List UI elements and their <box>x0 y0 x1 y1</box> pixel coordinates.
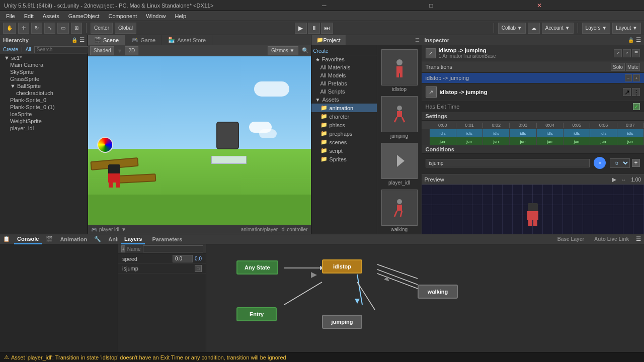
pivot-btn[interactable]: Center <box>91 23 113 34</box>
tab-assetstore[interactable]: 🏪 Asset Store <box>162 35 212 45</box>
hierarchy-item-maincam[interactable]: Main Camera <box>0 61 88 68</box>
cond-value[interactable]: true false <box>610 158 630 168</box>
collab-btn[interactable]: Collab ▼ <box>498 23 526 34</box>
state-entry[interactable]: Entry <box>236 307 277 321</box>
tab-layers[interactable]: Layers <box>121 234 145 244</box>
hierarchy-item-player[interactable]: player_idl <box>0 125 88 132</box>
play-button[interactable]: ▶ <box>295 23 307 34</box>
trans-icon-btn1[interactable]: ↗ <box>623 88 631 96</box>
tool-transform[interactable]: ⊞ <box>71 23 82 34</box>
anim-thumb-idlstop[interactable]: idlstop <box>379 49 420 92</box>
space-btn[interactable]: Global <box>115 23 136 34</box>
tool-hand[interactable]: ✋ <box>3 23 16 34</box>
hierarchy-item-checkradio[interactable]: checkradiotuch <box>0 89 88 97</box>
tab-console[interactable]: Console <box>14 234 42 244</box>
timeline-tracks[interactable]: idls idls idls idls idls idls idls idls … <box>422 129 645 145</box>
favorites-item[interactable]: ★ Favorites <box>311 55 377 63</box>
state-jumping[interactable]: jumping <box>322 315 362 329</box>
has-exit-time-checkbox[interactable]: ✓ <box>633 103 640 110</box>
thumb-idlstop-img[interactable] <box>381 49 418 85</box>
project-tab[interactable]: 📁 Project <box>311 35 346 45</box>
menu-help[interactable]: Help <box>171 13 190 20</box>
insp-menu-btn[interactable]: ☰ <box>632 49 640 57</box>
anim-thumb-walking[interactable]: walking <box>379 190 420 232</box>
close-btn[interactable]: ✕ <box>537 2 640 9</box>
tool-rect[interactable]: ▭ <box>57 23 69 34</box>
trans-add-btn[interactable]: + <box>633 74 640 81</box>
all-materials[interactable]: All Materials <box>311 63 377 71</box>
all-prefabs[interactable]: All Prefabs <box>311 79 377 87</box>
thumb-jumping-img[interactable] <box>381 96 418 132</box>
assets-charcter[interactable]: 📁 charcter <box>311 112 377 121</box>
menu-window[interactable]: Window <box>142 13 170 20</box>
hierarchy-menu-icon[interactable]: ☰ <box>79 37 85 43</box>
minimize-btn[interactable]: ─ <box>322 2 425 9</box>
step-button[interactable]: ⏭ <box>321 23 333 34</box>
assets-script[interactable]: 📁 script <box>311 146 377 155</box>
menu-component[interactable]: Component <box>104 13 141 20</box>
params-search[interactable] <box>143 245 203 252</box>
search-scene-icon[interactable]: 🔍 <box>302 47 309 54</box>
inspector-menu-icon[interactable]: ☰ <box>636 37 641 43</box>
assets-scenes[interactable]: 📁 scenes <box>311 138 377 146</box>
insp-open-btn[interactable]: ↗ <box>614 49 622 57</box>
auto-live-link[interactable]: Auto Live Link <box>591 236 632 242</box>
scene-viewport[interactable] <box>88 56 311 225</box>
param-speed-value[interactable] <box>173 255 193 262</box>
thumb-walking-img[interactable] <box>381 190 418 226</box>
all-scripts[interactable]: All Scripts <box>311 87 377 96</box>
maximize-btn[interactable]: □ <box>429 2 532 9</box>
trans-icon-btn2[interactable]: ⋮ <box>632 88 640 96</box>
tool-scale[interactable]: ⤡ <box>44 23 55 34</box>
animator-canvas[interactable]: Any State idlstop walking Entry jumping <box>206 244 644 352</box>
assets-root[interactable]: ▼ Assets <box>311 96 377 104</box>
hierarchy-item-grass[interactable]: GrassSprite <box>0 75 88 82</box>
anim-thumb-jumping[interactable]: jumping <box>379 96 420 139</box>
menu-assets[interactable]: Assets <box>39 13 63 20</box>
thumb-playeridl-img[interactable] <box>381 143 418 179</box>
state-any-state[interactable]: Any State <box>236 260 278 275</box>
2d-btn[interactable]: 2D <box>125 46 138 55</box>
mute-btn[interactable]: Mute <box>626 63 640 71</box>
hierarchy-item-plank1[interactable]: Plank-Sprite_0 (1) <box>0 104 88 111</box>
pause-button[interactable]: ⏸ <box>308 23 320 34</box>
hierarchy-item-sky[interactable]: SkySprite <box>0 68 88 75</box>
assets-animation[interactable]: 📁 animation <box>311 104 377 112</box>
layers-btn[interactable]: Layers ▼ <box>582 23 611 34</box>
assets-sprites[interactable]: 📁 Sprites <box>311 155 377 163</box>
inspector-lock-icon[interactable]: 🔒 <box>628 37 634 43</box>
all-models[interactable]: All Models <box>311 71 377 79</box>
assets-prephaps[interactable]: 📁 prephaps <box>311 129 377 138</box>
tab-game[interactable]: 🎮 Game <box>125 35 162 45</box>
menu-edit[interactable]: Edit <box>20 13 38 20</box>
menu-gameobject[interactable]: GameObject <box>64 13 104 20</box>
assets-phiscs[interactable]: 📁 phiscs <box>311 121 377 129</box>
anim-thumb-playeridl[interactable]: player_idl <box>379 143 420 186</box>
project-menu[interactable]: ☰ <box>413 37 422 43</box>
all-label[interactable]: All <box>26 47 31 52</box>
cond-add-btn[interactable]: + <box>632 159 640 167</box>
menu-file[interactable]: File <box>2 13 19 20</box>
hierarchy-item-weight[interactable]: WeightSprite <box>0 118 88 125</box>
tab-parameters[interactable]: Parameters <box>149 234 185 244</box>
account-btn[interactable]: Account ▼ <box>542 23 574 34</box>
hierarchy-item-sc1[interactable]: ▼ sc1* <box>0 54 88 61</box>
tool-rotate[interactable]: ↻ <box>31 23 42 34</box>
create-btn[interactable]: Create <box>313 48 329 54</box>
hierarchy-item-ice[interactable]: IceSprite <box>0 111 88 118</box>
cloud-btn[interactable]: ☁ <box>528 23 540 34</box>
tab-animation[interactable]: Animation <box>57 234 90 244</box>
tab-scene[interactable]: 🎬 Scene <box>88 35 125 45</box>
param-isjump-toggle[interactable]: □ <box>195 265 202 272</box>
layout-btn[interactable]: Layout ▼ <box>612 23 641 34</box>
create-label[interactable]: Create <box>3 47 18 52</box>
state-walking[interactable]: walking <box>418 285 458 299</box>
params-add-btn[interactable]: + <box>121 245 125 252</box>
transition-item[interactable]: idlstop -> jumping − + <box>422 73 645 83</box>
animator-panel-menu[interactable]: ☰ <box>636 236 641 242</box>
hierarchy-item-ball[interactable]: ▼ BallSprite <box>0 82 88 89</box>
hierarchy-item-plank0[interactable]: Plank-Sprite_0 <box>0 97 88 104</box>
gizmos-btn[interactable]: Gizmos ▼ <box>268 46 298 55</box>
cond-param[interactable] <box>426 159 590 167</box>
state-idlstop[interactable]: idlstop <box>322 259 362 274</box>
